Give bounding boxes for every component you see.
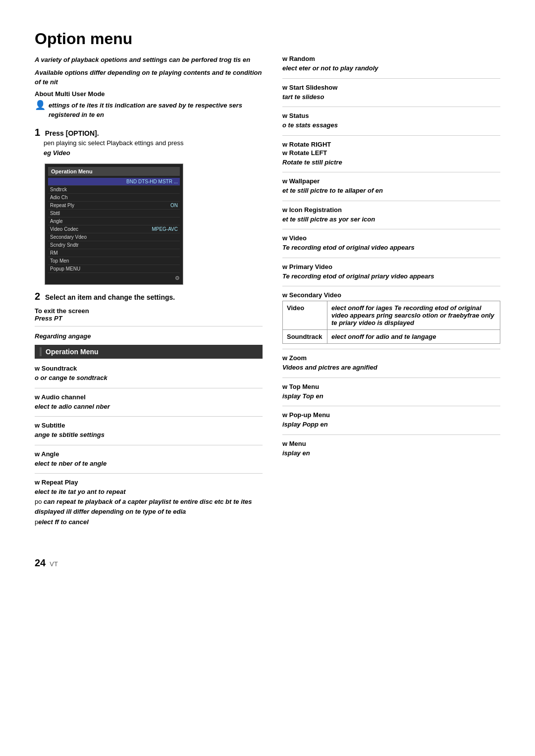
menu-item-popup-menu: w Pop-up Menu isplay Popp en [282,411,500,435]
menu-row: Sbttl [48,210,180,217]
menu-item-title: w Angle [35,450,263,458]
table-row-soundtrack: Soundtrack elect onoff for adio and te l… [283,330,500,344]
menu-item-random: w Random elect eter or not to play rando… [282,55,500,79]
menu-row-value: ON [170,203,178,208]
menu-item-angle: w Angle elect te nber of te angle [35,450,263,474]
menu-row-value: MPEG-AVC [152,226,178,232]
menu-row-label: Angle [50,218,63,224]
about-label: About Multi User Mode [35,90,263,98]
menu-item-desc: isplay Popp en [282,420,500,430]
page-suffix: VT [50,560,58,568]
menu-item-extra2: pelect ff to cancel [35,517,263,528]
page-number: 24 [35,557,46,569]
to-exit: To exit the screen Press PT [35,307,263,322]
menu-item-desc: tart te slideso [282,92,500,102]
menu-item-title: w Zoom [282,354,500,362]
menu-item-wallpaper: w Wallpaper et te still pictre to te all… [282,177,500,201]
intro-line2: Available options differ depending on te… [35,68,263,87]
step2: 2 Select an item and change the settings… [35,291,263,302]
menu-screenshot: Operation Menu BND DTS-HD MSTR ... Sndtr… [45,163,183,285]
person-icon: 👤 [35,101,46,109]
intro-line1: A variety of playback opetions and setti… [35,55,263,65]
menu-item-extra: po can repeat te playback of a capter pl… [35,497,263,518]
menu-row-label: Scndry Sndtr [50,242,79,248]
icon-note: 👤 ettings of te ites it tis indication a… [35,101,263,120]
menu-row: BND DTS-HD MSTR ... [48,178,180,186]
menu-row-label: Sbttl [50,211,60,216]
menu-item-start-slideshow: w Start Slideshow tart te slideso [282,84,500,108]
menu-item-icon-registration: w Icon Registration et te still pictre a… [282,206,500,230]
menu-item-title: w Audio channel [35,393,263,401]
menu-item-desc: et te still pictre as yor ser icon [282,215,500,224]
menu-row: Angle [48,217,180,225]
menu-item-soundtrack: w Soundtrack o or cange te sondtrack [35,365,263,388]
menu-row: Top Men [48,257,180,265]
menu-item-menu: w Menu isplay en [282,440,500,463]
menu-item-desc: et te still pictre to te allaper of en [282,186,500,196]
menu-item-title: w Top Menu [282,383,500,390]
menu-item-audio-channel: w Audio channel elect te adio cannel nbe… [35,393,263,417]
step1-sub-italic: eg Video [44,149,70,157]
menu-item-title: w Subtitle [35,422,263,429]
menu-item-title: w Wallpaper [282,177,500,185]
icon-note-text: ettings of te ites it tis indication are… [49,101,263,120]
menu-row: Video Codec MPEG-AVC [48,225,180,233]
menu-item-title: w Rotate RIGHT [282,141,500,148]
divider [35,326,263,326]
operation-menu-label: Operation Menu [46,348,99,356]
operation-menu-header: Operation Menu [35,345,263,359]
to-exit-label: To exit the screen [35,307,263,315]
menu-item-desc: elect te nber of te angle [35,459,263,469]
left-column: A variety of playback opetions and setti… [35,55,263,538]
menu-row: RM [48,249,180,257]
step1-number: 1 [35,127,40,138]
menu-item-desc: ange te sbtitle settings [35,430,263,440]
step1: 1 Press [OPTION]. pen playing sic select… [35,127,263,159]
section-header-bar [40,347,42,356]
to-exit-value: Press PT [35,315,263,322]
menu-item-status: w Status o te stats essages [282,112,500,136]
table-cell-soundtrack-label: Soundtrack [283,330,327,344]
menu-item-primary-video: w Primary Video Te recording etod of ori… [282,263,500,287]
table-cell-video-label: Video [283,301,327,330]
step2-number: 2 [35,291,40,302]
menu-row-label: Adio Ch [50,195,68,200]
menu-item-desc: o or cange te sondtrack [35,373,263,383]
menu-item-desc: Te recording etod of original video appe… [282,243,500,253]
menu-item-top-menu: w Top Menu isplay Top en [282,383,500,407]
page-title: Option menu [35,30,500,48]
step1-sub-normal: pen playing sic select Playback ettings … [44,139,184,147]
menu-item-title: w Video [282,234,500,242]
right-column: w Random elect eter or not to play rando… [282,55,500,538]
step1-sub: pen playing sic select Playback ettings … [44,138,263,159]
menu-item-title: w Icon Registration [282,206,500,214]
menu-item-desc: Rotate te still pictre [282,158,500,167]
step2-label: Select an item and change the settings. [45,293,175,301]
menu-item-title: w Menu [282,440,500,447]
menu-item-desc: elect te adio cannel nber [35,402,263,412]
menu-bottom-icon: ⚙ [48,273,180,281]
page-footer: 24 VT [35,557,500,569]
menu-item-title: w Random [282,55,500,62]
menu-row-label: Repeat Ply [50,203,74,208]
menu-item-video: w Video Te recording etod of original vi… [282,234,500,258]
menu-screenshot-title: Operation Menu [48,167,180,176]
menu-item-desc: isplay Top en [282,391,500,401]
table-row-video: Video elect onoff for iages Te recording… [283,301,500,330]
menu-row-label: Sndtrck [50,187,67,192]
menu-item-title: w Status [282,112,500,119]
menu-item-desc: isplay en [282,448,500,458]
menu-row: Adio Ch [48,194,180,202]
menu-row: Sndtrck [48,186,180,194]
menu-item-repeat-play: w Repeat Play elect te ite tat yo ant to… [35,479,263,533]
menu-item-desc: elect te ite tat yo ant to repeat [35,487,263,497]
menu-row: Popup MENU [48,265,180,273]
menu-row: Scndry Sndtr [48,241,180,249]
menu-item-zoom: w Zoom Videos and pictres are agnified [282,354,500,378]
menu-item-title: w Secondary Video [282,291,500,299]
menu-item-rotate: w Rotate RIGHT w Rotate LEFT Rotate te s… [282,141,500,173]
menu-item-title2: w Rotate LEFT [282,149,500,157]
menu-row-label: RM [50,250,58,256]
menu-row: Repeat Ply ON [48,202,180,210]
menu-row-label: Secondary Vdeo [50,234,87,240]
